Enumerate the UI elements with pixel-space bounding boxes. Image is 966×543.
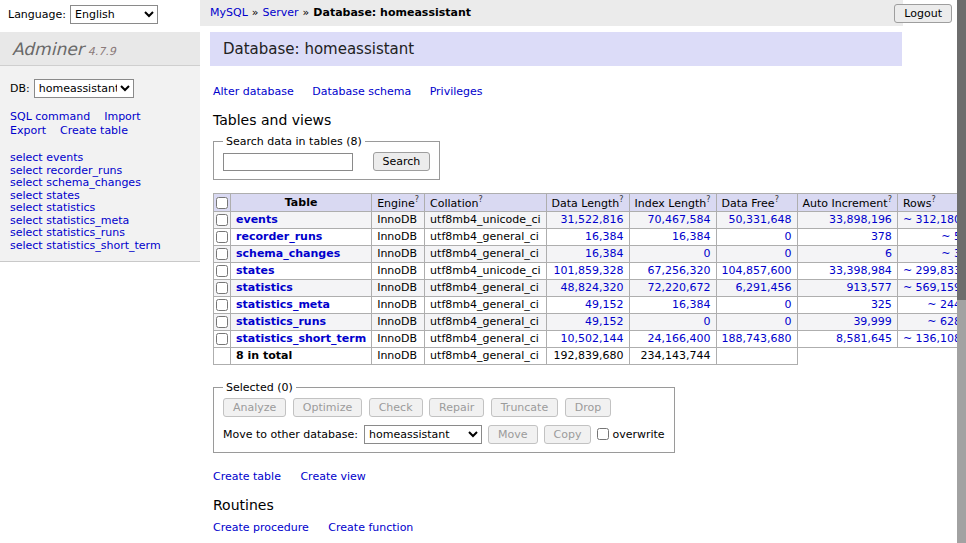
scrollbar-thumb[interactable] xyxy=(957,0,966,300)
language-select[interactable]: English xyxy=(70,5,158,24)
data-length-link[interactable]: 16,384 xyxy=(585,230,624,243)
data-free-link[interactable]: 50,331,648 xyxy=(729,213,792,226)
row-select-checkbox[interactable] xyxy=(216,299,228,311)
row-select-checkbox[interactable] xyxy=(216,248,228,260)
auto-increment-help-link[interactable]: ? xyxy=(888,195,892,204)
rows-help-link[interactable]: ? xyxy=(931,195,935,204)
index-length-link[interactable]: 16,384 xyxy=(672,230,711,243)
index-length-link[interactable]: 0 xyxy=(704,247,711,260)
data-length-help-link[interactable]: ? xyxy=(619,195,623,204)
index-length-link[interactable]: 70,467,584 xyxy=(648,213,711,226)
row-select-checkbox[interactable] xyxy=(216,333,228,345)
collation-help-link[interactable]: ? xyxy=(478,195,482,204)
rows-count-link[interactable]: ~ 312,180 xyxy=(903,213,961,226)
engine-cell: InnoDB xyxy=(372,262,425,279)
sidebar-table-link-schema-changes[interactable]: select schema_changes xyxy=(10,177,190,190)
data-length-link[interactable]: 10,502,144 xyxy=(561,332,624,345)
sidebar-table-link-statistics-runs[interactable]: select statistics_runs xyxy=(10,227,190,240)
engine-help-link[interactable]: ? xyxy=(415,195,419,204)
row-select-checkbox[interactable] xyxy=(216,282,228,294)
logout-button[interactable]: Logout xyxy=(894,4,952,23)
rows-count-link[interactable]: ~ 569,159 xyxy=(903,281,961,294)
index-length-link[interactable]: 16,384 xyxy=(672,298,711,311)
check-button[interactable]: Check xyxy=(369,398,423,417)
auto-increment-link[interactable]: 33,398,984 xyxy=(829,264,892,277)
select-all-checkbox[interactable] xyxy=(216,197,228,209)
table-name-link[interactable]: statistics_short_term xyxy=(236,332,366,345)
row-select-checkbox[interactable] xyxy=(216,316,228,328)
row-select-checkbox[interactable] xyxy=(216,231,228,243)
auto-increment-link[interactable]: 325 xyxy=(871,298,892,311)
table-name-cell: statistics xyxy=(231,279,372,296)
table-name-link[interactable]: states xyxy=(236,264,275,277)
move-button[interactable]: Move xyxy=(488,425,538,444)
data-free-link[interactable]: 0 xyxy=(785,230,792,243)
create-procedure-link[interactable]: Create procedure xyxy=(213,521,309,534)
data-free-link[interactable]: 6,291,456 xyxy=(736,281,792,294)
create-table-link-main[interactable]: Create table xyxy=(213,470,281,483)
truncate-button[interactable]: Truncate xyxy=(491,398,558,417)
sql-command-link[interactable]: SQL command xyxy=(10,110,90,123)
data-free-link[interactable]: 104,857,600 xyxy=(722,264,792,277)
analyze-button[interactable]: Analyze xyxy=(223,398,286,417)
repair-button[interactable]: Repair xyxy=(429,398,484,417)
scrollbar[interactable] xyxy=(957,0,966,543)
copy-button[interactable]: Copy xyxy=(544,425,592,444)
breadcrumb-mysql-link[interactable]: MySQL xyxy=(210,6,248,19)
auto-increment-link[interactable]: 39,999 xyxy=(853,315,892,328)
search-button[interactable]: Search xyxy=(373,152,431,171)
table-row: statistics_short_term InnoDB utf8mb4_gen… xyxy=(214,330,966,347)
table-name-link[interactable]: statistics xyxy=(236,281,293,294)
search-input[interactable] xyxy=(223,153,353,171)
data-free-link[interactable]: 0 xyxy=(785,315,792,328)
data-free-link[interactable]: 188,743,680 xyxy=(722,332,792,345)
table-name-link[interactable]: recorder_runs xyxy=(236,230,322,243)
data-length-link[interactable]: 101,859,328 xyxy=(554,264,624,277)
row-select-checkbox[interactable] xyxy=(216,214,228,226)
index-length-link[interactable]: 0 xyxy=(704,315,711,328)
data-length-link[interactable]: 49,152 xyxy=(585,315,624,328)
database-schema-link[interactable]: Database schema xyxy=(312,85,411,98)
table-name-link[interactable]: statistics_runs xyxy=(236,315,326,328)
alter-database-link[interactable]: Alter database xyxy=(213,85,294,98)
sidebar-table-link-events[interactable]: select events xyxy=(10,152,190,165)
create-function-link[interactable]: Create function xyxy=(328,521,413,534)
drop-button[interactable]: Drop xyxy=(565,398,611,417)
auto-increment-link[interactable]: 378 xyxy=(871,230,892,243)
overwrite-checkbox[interactable] xyxy=(597,428,609,440)
data-free-link[interactable]: 0 xyxy=(785,298,792,311)
data-free-link[interactable]: 0 xyxy=(785,247,792,260)
table-name-link[interactable]: schema_changes xyxy=(236,247,340,260)
create-table-link[interactable]: Create table xyxy=(60,124,128,137)
index-length-link[interactable]: 72,220,672 xyxy=(648,281,711,294)
rows-count-link[interactable]: ~ 136,108 xyxy=(903,332,961,345)
privileges-link[interactable]: Privileges xyxy=(430,85,483,98)
rows-count-link[interactable]: ~ 299,833 xyxy=(903,264,961,277)
data-free-help-link[interactable]: ? xyxy=(775,195,779,204)
export-link[interactable]: Export xyxy=(10,124,46,137)
data-length-link[interactable]: 31,522,816 xyxy=(561,213,624,226)
create-view-link[interactable]: Create view xyxy=(300,470,365,483)
table-name-link[interactable]: events xyxy=(236,213,278,226)
move-database-select[interactable]: homeassistant xyxy=(364,425,482,444)
db-select[interactable]: homeassistant xyxy=(34,79,134,98)
index-length-link[interactable]: 24,166,400 xyxy=(648,332,711,345)
auto-increment-link[interactable]: 33,898,196 xyxy=(829,213,892,226)
row-select-checkbox[interactable] xyxy=(216,265,228,277)
table-name-link[interactable]: statistics_meta xyxy=(236,298,330,311)
optimize-button[interactable]: Optimize xyxy=(293,398,362,417)
data-length-link[interactable]: 48,824,320 xyxy=(561,281,624,294)
auto-increment-link[interactable]: 6 xyxy=(885,247,892,260)
index-length-help-link[interactable]: ? xyxy=(706,195,710,204)
col-auto-increment: Auto Increment? xyxy=(797,194,897,212)
data-length-link[interactable]: 49,152 xyxy=(585,298,624,311)
auto-increment-link[interactable]: 8,581,645 xyxy=(836,332,892,345)
index-length-link[interactable]: 67,256,320 xyxy=(648,264,711,277)
table-row: schema_changes InnoDB utf8mb4_general_ci… xyxy=(214,245,966,262)
auto-increment-link[interactable]: 913,577 xyxy=(846,281,892,294)
import-link[interactable]: Import xyxy=(104,110,141,123)
sidebar-table-link-statistics[interactable]: select statistics xyxy=(10,202,190,215)
sidebar-table-link-statistics-short-term[interactable]: select statistics_short_term xyxy=(10,240,190,253)
breadcrumb-server-link[interactable]: Server xyxy=(263,6,299,19)
data-length-link[interactable]: 16,384 xyxy=(585,247,624,260)
